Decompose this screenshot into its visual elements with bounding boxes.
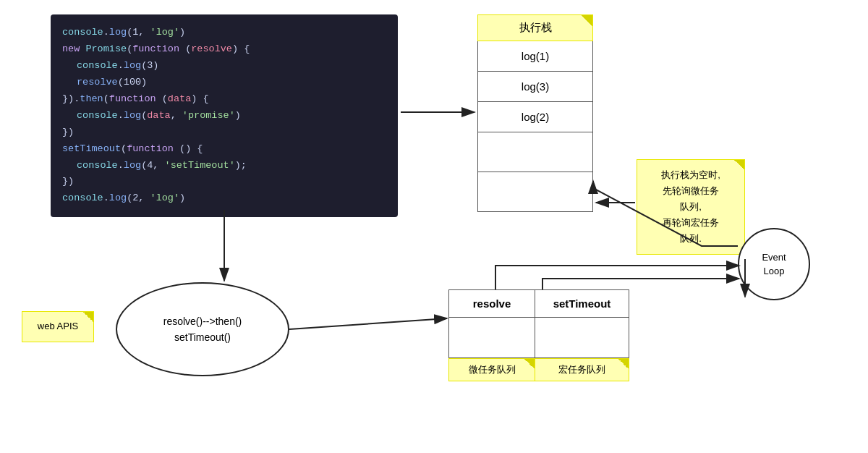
code-token: ) { bbox=[232, 43, 250, 54]
code-token: ) bbox=[235, 110, 241, 121]
code-token: () { bbox=[174, 143, 203, 154]
micro-queue-header: resolve bbox=[449, 290, 535, 318]
code-line: }) bbox=[62, 174, 386, 190]
code-line: }).then(function (data) { bbox=[62, 91, 386, 108]
micro-queue: resolve bbox=[448, 289, 535, 358]
code-token: function bbox=[127, 143, 174, 154]
micro-queue-cell bbox=[449, 318, 535, 357]
code-token: . bbox=[118, 160, 124, 171]
code-token: function bbox=[132, 43, 179, 54]
code-token: console bbox=[77, 110, 118, 121]
code-line: new Promise(function (resolve) { bbox=[62, 41, 386, 58]
execution-stack: 执行栈 log(1) log(3) log(2) bbox=[477, 14, 593, 212]
code-token: 'log' bbox=[150, 192, 180, 203]
code-token: resolve bbox=[191, 43, 232, 54]
code-token: ) { bbox=[191, 93, 208, 104]
code-token: . bbox=[103, 27, 109, 38]
code-token: (2, bbox=[127, 192, 150, 203]
code-token: log bbox=[109, 192, 127, 203]
code-token: function bbox=[109, 93, 156, 104]
code-token: ) bbox=[179, 27, 185, 38]
arrow-micro-to-eventloop bbox=[495, 266, 739, 289]
code-token: console bbox=[62, 27, 103, 38]
code-token: ( bbox=[121, 143, 127, 154]
macro-queue: setTimeout bbox=[535, 289, 629, 358]
code-line: console.log(3) bbox=[62, 58, 386, 75]
code-token: }). bbox=[62, 93, 80, 104]
code-line: console.log(4, 'setTimeout'); bbox=[62, 158, 386, 174]
code-token: setTimeout bbox=[62, 143, 121, 154]
code-line: console.log(2, 'log') bbox=[62, 190, 386, 207]
code-token: ( bbox=[156, 93, 168, 104]
stack-row-log2: log(2) bbox=[477, 102, 593, 132]
code-token: log bbox=[109, 27, 127, 38]
code-token: ( bbox=[179, 43, 191, 54]
code-token: console bbox=[77, 60, 118, 71]
code-token: data bbox=[147, 110, 170, 121]
event-loop-circle: EventLoop bbox=[738, 228, 810, 300]
code-token: Promise bbox=[85, 43, 127, 54]
code-token: console bbox=[77, 160, 118, 171]
code-token: 'promise' bbox=[182, 110, 235, 121]
stack-row-log3: log(3) bbox=[477, 72, 593, 102]
code-token: (100) bbox=[118, 77, 148, 88]
stack-empty-row2 bbox=[477, 172, 593, 212]
code-token: ( bbox=[103, 93, 109, 104]
code-token: (3) bbox=[141, 60, 158, 71]
code-token: . bbox=[118, 60, 124, 71]
code-token: . bbox=[118, 110, 124, 121]
code-token: data bbox=[168, 93, 191, 104]
explain-text: 执行栈为空时,先轮询微任务队列,再轮询宏任务队列. bbox=[661, 169, 720, 244]
code-token: ); bbox=[235, 160, 247, 171]
code-line: resolve(100) bbox=[62, 75, 386, 91]
code-token: (4, bbox=[141, 160, 164, 171]
event-loop-text: EventLoop bbox=[762, 250, 786, 279]
code-line: setTimeout(function () { bbox=[62, 141, 386, 158]
code-token: . bbox=[103, 192, 109, 203]
code-token: new bbox=[62, 43, 85, 54]
code-token: , bbox=[171, 110, 182, 121]
code-token: console bbox=[62, 192, 103, 203]
code-line: console.log(1, 'log') bbox=[62, 25, 386, 41]
code-token: 'log' bbox=[150, 27, 180, 38]
code-token: ) bbox=[179, 192, 185, 203]
macro-queue-cell bbox=[535, 318, 629, 357]
code-token: log bbox=[124, 160, 141, 171]
arrow-macro-to-eventloop bbox=[542, 279, 739, 289]
web-apis-label: web APIS bbox=[38, 321, 78, 331]
web-apis-sticky: web APIS bbox=[22, 311, 94, 342]
code-token: }) bbox=[62, 127, 74, 137]
stack-row-log1: log(1) bbox=[477, 41, 593, 72]
web-apis-ellipse: resolve()-->then()setTimeout() bbox=[116, 282, 289, 376]
stack-empty-row bbox=[477, 132, 593, 172]
code-token: log bbox=[124, 110, 141, 121]
code-token: }) bbox=[62, 176, 74, 187]
code-token: log bbox=[124, 60, 141, 71]
code-line: }) bbox=[62, 124, 386, 141]
macro-queue-label: 宏任务队列 bbox=[535, 358, 629, 381]
code-token: then bbox=[80, 93, 103, 104]
ellipse-text: resolve()-->then()setTimeout() bbox=[163, 313, 242, 346]
code-editor: console.log(1, 'log')new Promise(functio… bbox=[51, 14, 398, 217]
code-token: (1, bbox=[127, 27, 150, 38]
exec-stack-title: 执行栈 bbox=[477, 14, 593, 41]
arrow-ellipse-to-queue bbox=[289, 318, 447, 329]
macro-queue-header: setTimeout bbox=[535, 290, 629, 318]
code-token: resolve bbox=[77, 77, 118, 88]
code-token: 'setTimeout' bbox=[165, 160, 235, 171]
micro-queue-label: 微任务队列 bbox=[448, 358, 535, 381]
explain-sticky: 执行栈为空时,先轮询微任务队列,再轮询宏任务队列. bbox=[637, 159, 745, 255]
code-line: console.log(data, 'promise') bbox=[62, 108, 386, 124]
